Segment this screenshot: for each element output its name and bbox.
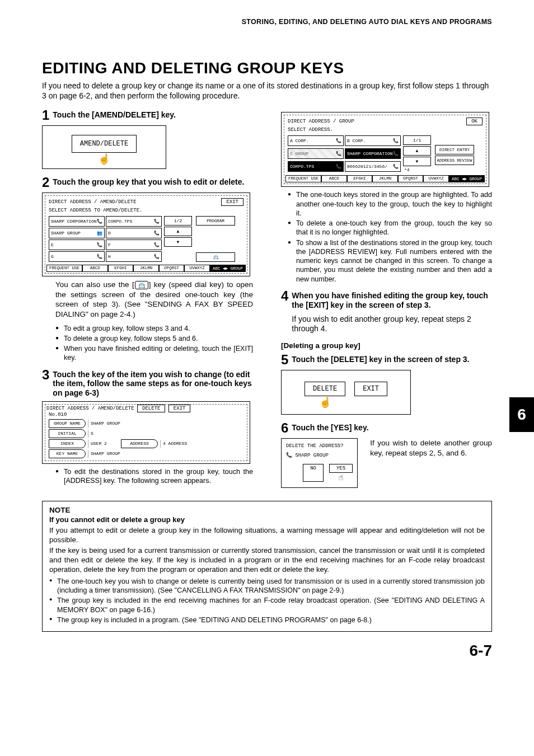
field-value: SHARP GROUP <box>88 420 141 428</box>
address-review-button[interactable]: ADDRESS REVIEW <box>435 156 474 165</box>
note-box: NOTE If you cannot edit or delete a grou… <box>42 501 492 632</box>
intro-text: If you need to delete a group key or cha… <box>42 81 492 101</box>
address-cell[interactable]: E📞 <box>49 240 105 250</box>
tab[interactable]: OPQRST <box>159 265 185 272</box>
confirm-question: DELETE THE ADDRESS? <box>286 443 353 449</box>
tab[interactable]: FREQUENT USE <box>285 176 321 182</box>
direct-entry-button[interactable]: DIRECT ENTRY <box>435 145 474 154</box>
panel-subtitle: SELECT ADDRESS TO AMEND/DELETE. <box>46 207 246 215</box>
step2-bullets: To edit a group key, follow steps 3 and … <box>55 324 253 363</box>
hand-icon: ☝ <box>305 397 345 407</box>
scroll-down-button[interactable]: ▼ <box>164 237 192 247</box>
address-cell[interactable]: 066620121/3456/📞 <box>345 161 401 172</box>
panel-path: DIRECT ADDRESS / GROUP <box>288 119 354 124</box>
phone-icon: 📞 <box>154 219 160 224</box>
page-title: EDITING AND DELETING GROUP KEYS <box>42 59 492 77</box>
panel-subtitle: SELECT ADDRESS. <box>285 126 485 134</box>
right-top-bullets: The one-touch keys stored in the group a… <box>288 190 492 284</box>
no-button[interactable]: NO <box>303 464 324 482</box>
panel-path: DIRECT ADDRESS / AMEND/DELETE <box>49 199 137 205</box>
scroll-down-button[interactable]: ▼ <box>403 157 431 166</box>
amend-delete-button[interactable]: AMEND/DELETE <box>72 135 137 153</box>
phone-icon: 📞 <box>336 138 341 143</box>
tab[interactable]: OPQRST <box>398 176 424 182</box>
phone-icon: 📞 <box>393 164 399 169</box>
tab[interactable]: ABCD <box>82 265 108 272</box>
page-indicator: 1/2 <box>164 216 192 226</box>
program-button[interactable]: PROGRAM <box>196 216 235 226</box>
address-cell[interactable]: H📞 <box>106 251 162 262</box>
exit-button[interactable]: EXIT <box>168 405 191 412</box>
tab-group-toggle[interactable]: ABC ◀▶ GROUP <box>210 265 246 272</box>
step-4: 4 When you have finished editing the gro… <box>281 289 492 334</box>
exit-button[interactable]: EXIT <box>354 382 387 396</box>
yes-button[interactable]: YES <box>329 464 353 473</box>
address-cell-selected[interactable]: SHARP CORPORATION📞 <box>345 148 401 159</box>
note-p1: If you attempt to edit or delete a group… <box>49 526 485 545</box>
field-value: S <box>88 430 141 438</box>
address-cell[interactable]: CORPO.TPS📞 <box>106 216 162 227</box>
field-label[interactable]: INITIAL <box>49 429 86 438</box>
step2-para: You can also use the [📇] key (speed dial… <box>55 280 253 319</box>
address-cell[interactable]: B CORP.📞 <box>345 135 401 146</box>
page-indicator: 1/1 <box>403 135 431 145</box>
field-label[interactable]: ADDRESS <box>121 439 158 448</box>
address-cell[interactable]: A CORP.📞 <box>288 135 344 146</box>
address-cell[interactable]: G📞 <box>49 251 105 262</box>
tab[interactable]: EFGHI <box>347 176 373 182</box>
step-2: 2 Touch the group key that you wish to e… <box>42 176 253 189</box>
address-cell[interactable]: SHARP GROUP👥 <box>49 228 105 238</box>
phone-icon: 📞 <box>97 254 102 259</box>
panel-amend-delete: AMEND/DELETE ☝ <box>42 125 166 169</box>
phone-icon: 📞 <box>393 138 399 143</box>
address-cell-selected[interactable]: CORPO.TPS📞 <box>288 161 344 172</box>
scroll-up-button[interactable]: ▲ <box>164 227 192 236</box>
scroll-up-button[interactable]: ▲ <box>403 146 431 156</box>
note-subheading: If you cannot edit or delete a group key <box>49 515 485 525</box>
running-header: STORING, EDITING, AND DELETING AUTO DIAL… <box>42 17 492 26</box>
phone-icon: 📞 <box>336 164 341 169</box>
step6-body: If you wish to delete another group key,… <box>370 438 492 488</box>
group-icon: 👥 <box>97 231 102 236</box>
step3-bullets: To edit the destinations stored in the g… <box>55 467 253 486</box>
tab-group-toggle[interactable]: ABC ◀▶ GROUP <box>449 176 485 182</box>
address-cell[interactable]: SHARP CORPORATION📞 <box>49 216 105 227</box>
index-tabs: FREQUENT USE ABCD EFGHI JKLMN OPQRST UVW… <box>285 175 485 182</box>
address-cell[interactable]: D📞 <box>106 228 162 238</box>
count-indicator: *4 <box>403 167 431 172</box>
panel-edit-item: DIRECT ADDRESS / AMEND/DELETE DELETE EXI… <box>42 401 250 464</box>
step-5: 5 Touch the [DELETE] key in the screen o… <box>281 353 492 367</box>
field-label[interactable]: KEY NAME <box>49 449 86 458</box>
exit-button[interactable]: EXIT <box>221 198 243 206</box>
phone-icon: 📞 <box>97 242 102 247</box>
address-cell[interactable]: F📞 <box>106 240 162 250</box>
delete-button[interactable]: DELETE <box>305 382 345 396</box>
note-bullets: The one-touch key you wish to change or … <box>49 577 485 624</box>
panel-path: DIRECT ADDRESS / AMEND/DELETE <box>46 406 134 411</box>
panel-select-address: DIRECT ADDRESS / AMEND/DELETE EXIT SELEC… <box>42 192 250 276</box>
note-heading: NOTE <box>49 506 485 514</box>
tab[interactable]: UVWXYZ <box>423 176 449 182</box>
field-label[interactable]: INDEX <box>49 439 86 448</box>
field-value: 4 ADDRESS <box>160 440 213 448</box>
delete-button[interactable]: DELETE <box>137 405 165 412</box>
tab[interactable]: ABCD <box>321 176 347 182</box>
phone-icon: 📞 <box>393 151 399 156</box>
confirm-target: 📞 SHARP GROUP <box>286 452 353 458</box>
step-6: 6 Touch the [YES] key. <box>281 421 492 435</box>
tab[interactable]: JKLMN <box>133 265 159 272</box>
tab[interactable]: UVWXYZ <box>184 265 210 272</box>
speed-dial-button[interactable]: 📇 <box>196 252 235 262</box>
tab[interactable]: EFGHI <box>108 265 134 272</box>
tab[interactable]: FREQUENT USE <box>46 265 82 272</box>
phone-icon: 📞 <box>97 219 102 224</box>
index-tabs: FREQUENT USE ABCD EFGHI JKLMN OPQRST UVW… <box>46 265 246 272</box>
hand-icon: ☝ <box>329 474 353 482</box>
field-label[interactable]: GROUP NAME <box>49 419 86 428</box>
step-3: 3 Touch the key of the item you wish to … <box>42 368 253 398</box>
phone-icon: 📞 <box>154 242 160 247</box>
phone-icon: 📞 <box>154 254 160 259</box>
ok-button[interactable]: OK <box>466 118 483 125</box>
field-value: SHARP GROUP <box>88 450 141 458</box>
tab[interactable]: JKLMN <box>372 176 398 182</box>
